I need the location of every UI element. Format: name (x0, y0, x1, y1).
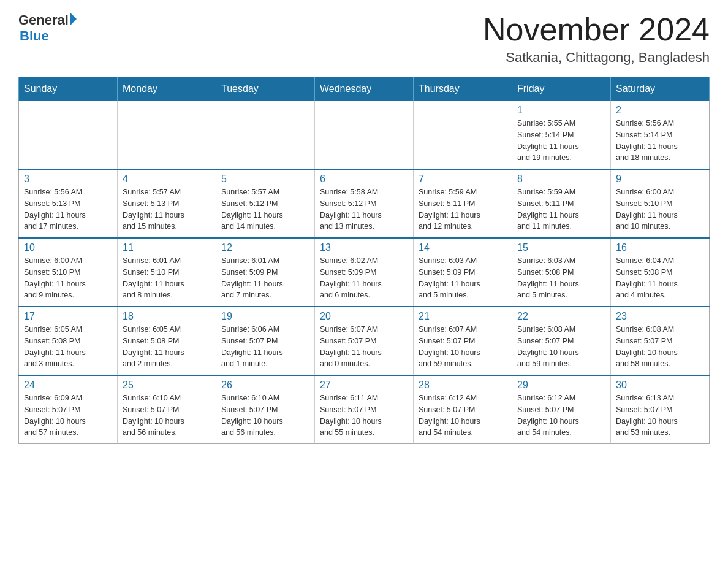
day-detail: Sunrise: 5:56 AM Sunset: 5:13 PM Dayligh… (24, 186, 112, 232)
calendar-cell: 23Sunrise: 6:08 AM Sunset: 5:07 PM Dayli… (611, 307, 710, 375)
calendar-cell (414, 101, 512, 170)
day-number: 26 (221, 380, 309, 391)
day-number: 25 (123, 380, 211, 391)
logo-blue-text: Blue (20, 28, 77, 44)
weekday-header-sunday: Sunday (19, 77, 118, 101)
day-detail: Sunrise: 6:07 AM Sunset: 5:07 PM Dayligh… (320, 324, 408, 370)
day-number: 29 (517, 380, 605, 391)
day-number: 22 (517, 311, 605, 322)
day-detail: Sunrise: 5:58 AM Sunset: 5:12 PM Dayligh… (320, 186, 408, 232)
calendar-cell (315, 101, 414, 170)
calendar-cell: 4Sunrise: 5:57 AM Sunset: 5:13 PM Daylig… (118, 169, 216, 238)
logo-general-text: General (18, 12, 69, 28)
day-detail: Sunrise: 6:00 AM Sunset: 5:10 PM Dayligh… (24, 255, 112, 301)
day-number: 1 (517, 105, 605, 116)
calendar-cell: 9Sunrise: 6:00 AM Sunset: 5:10 PM Daylig… (611, 169, 710, 238)
day-detail: Sunrise: 6:10 AM Sunset: 5:07 PM Dayligh… (221, 393, 309, 439)
calendar-body: 1Sunrise: 5:55 AM Sunset: 5:14 PM Daylig… (19, 101, 710, 444)
day-detail: Sunrise: 6:06 AM Sunset: 5:07 PM Dayligh… (221, 324, 309, 370)
calendar-week-3: 10Sunrise: 6:00 AM Sunset: 5:10 PM Dayli… (19, 238, 710, 307)
day-detail: Sunrise: 6:12 AM Sunset: 5:07 PM Dayligh… (517, 393, 605, 439)
day-number: 11 (123, 242, 211, 253)
day-detail: Sunrise: 5:59 AM Sunset: 5:11 PM Dayligh… (419, 186, 507, 232)
day-number: 18 (123, 311, 211, 322)
day-number: 13 (320, 242, 408, 253)
calendar-cell: 22Sunrise: 6:08 AM Sunset: 5:07 PM Dayli… (512, 307, 611, 375)
weekday-header-saturday: Saturday (611, 77, 710, 101)
day-detail: Sunrise: 6:11 AM Sunset: 5:07 PM Dayligh… (320, 393, 408, 439)
day-detail: Sunrise: 5:55 AM Sunset: 5:14 PM Dayligh… (517, 118, 605, 164)
day-number: 10 (24, 242, 112, 253)
weekday-header-wednesday: Wednesday (315, 77, 414, 101)
calendar-cell: 6Sunrise: 5:58 AM Sunset: 5:12 PM Daylig… (315, 169, 414, 238)
calendar-cell: 10Sunrise: 6:00 AM Sunset: 5:10 PM Dayli… (19, 238, 118, 307)
calendar-cell: 24Sunrise: 6:09 AM Sunset: 5:07 PM Dayli… (19, 375, 118, 444)
day-detail: Sunrise: 6:00 AM Sunset: 5:10 PM Dayligh… (616, 186, 704, 232)
day-detail: Sunrise: 6:05 AM Sunset: 5:08 PM Dayligh… (123, 324, 211, 370)
calendar-cell: 26Sunrise: 6:10 AM Sunset: 5:07 PM Dayli… (216, 375, 315, 444)
calendar-week-2: 3Sunrise: 5:56 AM Sunset: 5:13 PM Daylig… (19, 169, 710, 238)
calendar-week-4: 17Sunrise: 6:05 AM Sunset: 5:08 PM Dayli… (19, 307, 710, 375)
day-number: 28 (419, 380, 507, 391)
calendar-cell: 11Sunrise: 6:01 AM Sunset: 5:10 PM Dayli… (118, 238, 216, 307)
calendar-cell: 1Sunrise: 5:55 AM Sunset: 5:14 PM Daylig… (512, 101, 611, 170)
day-detail: Sunrise: 6:02 AM Sunset: 5:09 PM Dayligh… (320, 255, 408, 301)
calendar-cell: 3Sunrise: 5:56 AM Sunset: 5:13 PM Daylig… (19, 169, 118, 238)
day-number: 7 (419, 174, 507, 185)
calendar-cell: 20Sunrise: 6:07 AM Sunset: 5:07 PM Dayli… (315, 307, 414, 375)
day-detail: Sunrise: 5:57 AM Sunset: 5:13 PM Dayligh… (123, 186, 211, 232)
day-detail: Sunrise: 6:04 AM Sunset: 5:08 PM Dayligh… (616, 255, 704, 301)
calendar-cell: 27Sunrise: 6:11 AM Sunset: 5:07 PM Dayli… (315, 375, 414, 444)
calendar-cell (118, 101, 216, 170)
weekday-header-tuesday: Tuesday (216, 77, 315, 101)
calendar-week-1: 1Sunrise: 5:55 AM Sunset: 5:14 PM Daylig… (19, 101, 710, 170)
logo: General Blue (18, 12, 77, 44)
calendar-cell: 25Sunrise: 6:10 AM Sunset: 5:07 PM Dayli… (118, 375, 216, 444)
day-detail: Sunrise: 5:57 AM Sunset: 5:12 PM Dayligh… (221, 186, 309, 232)
day-number: 20 (320, 311, 408, 322)
day-number: 23 (616, 311, 704, 322)
day-detail: Sunrise: 6:13 AM Sunset: 5:07 PM Dayligh… (616, 393, 704, 439)
calendar-cell: 17Sunrise: 6:05 AM Sunset: 5:08 PM Dayli… (19, 307, 118, 375)
day-number: 2 (616, 105, 704, 116)
calendar-cell: 19Sunrise: 6:06 AM Sunset: 5:07 PM Dayli… (216, 307, 315, 375)
weekday-header-monday: Monday (118, 77, 216, 101)
day-number: 12 (221, 242, 309, 253)
day-number: 17 (24, 311, 112, 322)
day-number: 6 (320, 174, 408, 185)
calendar-cell: 7Sunrise: 5:59 AM Sunset: 5:11 PM Daylig… (414, 169, 512, 238)
title-section: November 2024 Satkania, Chittagong, Bang… (483, 12, 710, 66)
day-detail: Sunrise: 6:07 AM Sunset: 5:07 PM Dayligh… (419, 324, 507, 370)
calendar-cell: 15Sunrise: 6:03 AM Sunset: 5:08 PM Dayli… (512, 238, 611, 307)
calendar-cell: 8Sunrise: 5:59 AM Sunset: 5:11 PM Daylig… (512, 169, 611, 238)
calendar-cell (216, 101, 315, 170)
logo-triangle-icon (70, 12, 77, 26)
day-detail: Sunrise: 6:10 AM Sunset: 5:07 PM Dayligh… (123, 393, 211, 439)
calendar-table: SundayMondayTuesdayWednesdayThursdayFrid… (18, 77, 710, 444)
calendar-cell (19, 101, 118, 170)
day-number: 5 (221, 174, 309, 185)
day-detail: Sunrise: 6:12 AM Sunset: 5:07 PM Dayligh… (419, 393, 507, 439)
calendar-cell: 2Sunrise: 5:56 AM Sunset: 5:14 PM Daylig… (611, 101, 710, 170)
calendar-cell: 14Sunrise: 6:03 AM Sunset: 5:09 PM Dayli… (414, 238, 512, 307)
calendar-cell: 29Sunrise: 6:12 AM Sunset: 5:07 PM Dayli… (512, 375, 611, 444)
day-detail: Sunrise: 5:56 AM Sunset: 5:14 PM Dayligh… (616, 118, 704, 164)
day-detail: Sunrise: 6:03 AM Sunset: 5:09 PM Dayligh… (419, 255, 507, 301)
day-detail: Sunrise: 6:01 AM Sunset: 5:09 PM Dayligh… (221, 255, 309, 301)
day-number: 8 (517, 174, 605, 185)
day-number: 19 (221, 311, 309, 322)
page-subtitle: Satkania, Chittagong, Bangladesh (483, 50, 710, 66)
day-number: 4 (123, 174, 211, 185)
calendar-cell: 16Sunrise: 6:04 AM Sunset: 5:08 PM Dayli… (611, 238, 710, 307)
day-number: 9 (616, 174, 704, 185)
page-header: General Blue November 2024 Satkania, Chi… (18, 12, 710, 66)
weekday-header-thursday: Thursday (414, 77, 512, 101)
calendar-week-5: 24Sunrise: 6:09 AM Sunset: 5:07 PM Dayli… (19, 375, 710, 444)
day-detail: Sunrise: 6:05 AM Sunset: 5:08 PM Dayligh… (24, 324, 112, 370)
calendar-cell: 21Sunrise: 6:07 AM Sunset: 5:07 PM Dayli… (414, 307, 512, 375)
day-detail: Sunrise: 6:01 AM Sunset: 5:10 PM Dayligh… (123, 255, 211, 301)
day-number: 30 (616, 380, 704, 391)
calendar-cell: 28Sunrise: 6:12 AM Sunset: 5:07 PM Dayli… (414, 375, 512, 444)
calendar-cell: 12Sunrise: 6:01 AM Sunset: 5:09 PM Dayli… (216, 238, 315, 307)
day-detail: Sunrise: 6:09 AM Sunset: 5:07 PM Dayligh… (24, 393, 112, 439)
